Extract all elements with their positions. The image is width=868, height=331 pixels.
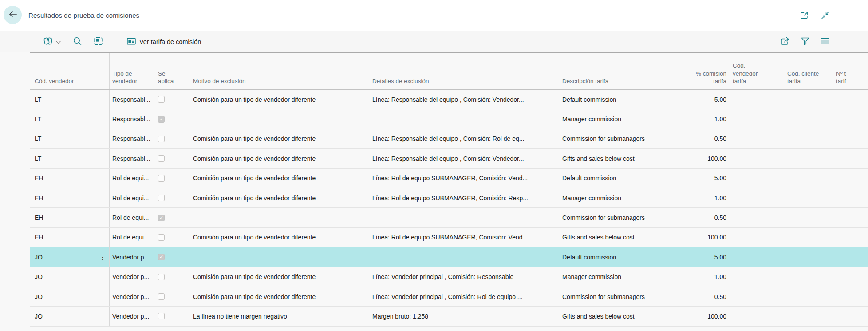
cell-applies[interactable] [158,109,193,128]
filter-button[interactable] [801,37,809,46]
cell-rate-number [833,208,868,227]
cell-vendor-code[interactable]: EH [30,228,96,247]
cell-rate-number [833,228,868,247]
cell-vendor-code[interactable]: JO [30,287,96,306]
checkbox-icon[interactable] [158,215,165,221]
checkbox-icon[interactable] [158,274,165,280]
vendor-code-link[interactable]: JO [35,273,43,280]
row-options-menu[interactable]: ⋮ [96,129,109,148]
cell-rate-description: Manager commission [562,109,695,128]
related-pages-button[interactable] [43,36,61,48]
list-options-button[interactable] [821,38,829,46]
cell-vendor-code[interactable]: JO [30,247,96,267]
table-row[interactable]: EH ⋮ Rol de equi... Comisión para un tip… [30,228,868,247]
cell-applies[interactable] [158,188,193,207]
row-options-menu[interactable]: ⋮ [96,188,109,207]
row-options-menu[interactable]: ⋮ [96,109,109,128]
table-row[interactable]: JO ⋮ Vendedor p... La línea no tiene mar… [30,307,868,326]
checkbox-icon[interactable] [158,313,165,319]
checkbox-icon[interactable] [158,293,165,300]
cell-rate-number [833,169,868,188]
cell-vendor-code[interactable]: EH [30,188,96,207]
row-options-menu[interactable]: ⋮ [96,247,109,267]
column-header-vendor-code[interactable]: Cód. vendedor [30,53,96,89]
cell-applies[interactable] [158,149,193,168]
cell-vendor-code[interactable]: LT [30,90,96,109]
row-options-menu[interactable]: ⋮ [96,208,109,227]
column-header-applies[interactable]: Se aplica [158,53,193,89]
column-header-rate-commission-pct[interactable]: % comisión tarifa [695,53,730,89]
vendor-code-link[interactable]: LT [35,116,41,123]
back-button[interactable] [4,6,22,24]
row-options-menu[interactable]: ⋮ [96,307,109,326]
cell-rate-description: Manager commission [562,188,695,207]
table-row[interactable]: JO ⋮ Vendedor p... Comisión para un tipo… [30,267,868,287]
vendor-code-link[interactable]: LT [35,155,41,162]
cell-vendor-type: Responsabl... [109,109,158,128]
vendor-code-link[interactable]: EH [35,214,43,221]
column-header-rate-customer-code[interactable]: Cód. cliente tarifa [784,53,833,89]
row-options-menu[interactable]: ⋮ [96,149,109,168]
vendor-code-link[interactable]: EH [35,195,43,202]
column-header-exclusion-reason[interactable]: Motivo de exclusión [193,53,372,89]
cell-rate-vendor-code [730,109,784,128]
cell-vendor-code[interactable]: EH [30,208,96,227]
vendor-code-link[interactable]: JO [35,293,43,300]
table-row[interactable]: EH ⋮ Rol de equi... Comisión para un tip… [30,169,868,188]
table-row[interactable]: LT ⋮ Responsabl... Comisión para un tipo… [30,90,868,109]
row-options-menu[interactable]: ⋮ [96,169,109,188]
cell-applies[interactable] [158,169,193,188]
vendor-code-link[interactable]: JO [35,254,43,261]
cell-vendor-code[interactable]: JO [30,267,96,287]
search-button[interactable] [73,37,82,47]
cell-exclusion-details [372,247,562,267]
column-header-rate-description[interactable]: Descripción tarifa [562,53,695,89]
column-header-rate-number[interactable]: Nº t tarif [833,53,868,89]
checkbox-icon[interactable] [158,155,165,162]
table-row[interactable]: JO ⋮ Vendedor p... Comisión para un tipo… [30,287,868,307]
checkbox-icon[interactable] [158,116,165,123]
cell-applies[interactable] [158,287,193,306]
cell-applies[interactable] [158,267,193,287]
vendor-code-link[interactable]: EH [35,234,43,241]
vendor-code-link[interactable]: LT [35,96,41,103]
collapse-page-button[interactable] [821,11,830,21]
cell-applies[interactable] [158,228,193,247]
column-header-vendor-type[interactable]: Tipo de vendedor [109,53,158,89]
row-options-menu[interactable]: ⋮ [96,90,109,109]
table-row[interactable]: LT ⋮ Responsabl... Manager commission 1.… [30,109,868,129]
checkbox-icon[interactable] [158,136,165,142]
cell-vendor-code[interactable]: JO [30,307,96,326]
cell-applies[interactable] [158,90,193,109]
row-options-menu[interactable]: ⋮ [96,228,109,247]
row-options-menu[interactable]: ⋮ [96,287,109,306]
column-header-exclusion-details[interactable]: Detalles de exclusión [372,53,562,89]
checkbox-icon[interactable] [158,96,165,103]
analyze-button[interactable] [94,37,103,47]
checkbox-icon[interactable] [158,195,165,201]
row-options-menu[interactable]: ⋮ [96,267,109,287]
table-row[interactable]: LT ⋮ Responsabl... Comisión para un tipo… [30,149,868,168]
cell-vendor-code[interactable]: LT [30,149,96,168]
cell-vendor-code[interactable]: EH [30,169,96,188]
vendor-code-link[interactable]: LT [35,135,41,142]
open-in-new-window-button[interactable] [800,11,809,21]
cell-applies[interactable] [158,129,193,148]
checkbox-icon[interactable] [158,175,165,182]
cell-vendor-code[interactable]: LT [30,109,96,128]
checkbox-icon[interactable] [158,234,165,241]
cell-vendor-code[interactable]: LT [30,129,96,148]
table-row[interactable]: JO ⋮ Vendedor p... Default commission 5.… [30,247,868,267]
vendor-code-link[interactable]: JO [35,313,43,320]
table-row[interactable]: EH ⋮ Rol de equi... Comisión para un tip… [30,188,868,208]
cell-applies[interactable] [158,247,193,267]
vendor-code-link[interactable]: EH [35,175,43,182]
checkbox-icon[interactable] [158,254,165,260]
column-header-rate-vendor-code[interactable]: Cód. vendedor tarifa [730,53,784,89]
share-button[interactable] [781,37,790,47]
cell-applies[interactable] [158,208,193,227]
cell-applies[interactable] [158,307,193,326]
table-row[interactable]: LT ⋮ Responsabl... Comisión para un tipo… [30,129,868,149]
view-commission-rate-button[interactable]: Ver tarifa de comisión [127,38,201,46]
table-row[interactable]: EH ⋮ Rol de equi... Commission for subma… [30,208,868,227]
